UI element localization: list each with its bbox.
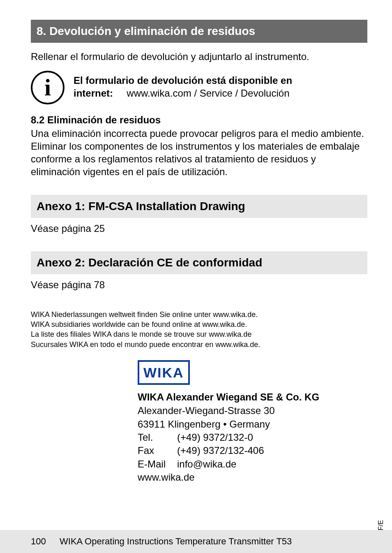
anexo-1-bar: Anexo 1: FM-CSA Installation Drawing: [31, 195, 367, 218]
info-text: El formulario de devolución está disponi…: [74, 71, 292, 99]
company-fax-row: Fax (+49) 9372/132-406: [138, 444, 367, 457]
sub-8-2-p2: Eliminar los componentes de los instrume…: [31, 140, 367, 178]
subsidiary-line-es: Sucursales WIKA en todo el mundo puede e…: [31, 340, 367, 349]
company-name: WIKA Alexander Wiegand SE & Co. KG: [138, 391, 367, 403]
info-internet-line: internet: www.wika.com / Service / Devol…: [74, 87, 292, 99]
subsidiary-lines: WIKA Niederlassungen weltweit finden Sie…: [31, 310, 367, 349]
company-fax: (+49) 9372/132-406: [177, 444, 264, 457]
subsidiary-line-de: WIKA Niederlassungen weltweit finden Sie…: [31, 310, 367, 319]
anexo-2-note: Véase página 78: [31, 278, 367, 291]
sub-8-2-heading: 8.2 Eliminación de residuos: [31, 113, 367, 126]
company-block: WIKA WIKA Alexander Wiegand SE & Co. KG …: [138, 360, 367, 484]
footer-title: WIKA Operating Instructions Temperature …: [60, 536, 292, 548]
info-internet-url: www.wika.com / Service / Devolución: [127, 88, 289, 99]
info-internet-label: internet:: [74, 88, 113, 99]
anexo-2-bar: Anexo 2: Declaración CE de conformidad: [31, 251, 367, 274]
subsidiary-line-en: WIKA subsidiaries worldwide can be found…: [31, 319, 367, 329]
subsidiary-line-fr: La liste des filiales WIKA dans le monde…: [31, 329, 367, 339]
company-street: Alexander-Wiegand-Strasse 30: [138, 404, 367, 417]
page-number: 100: [31, 536, 60, 548]
wika-logo: WIKA: [138, 360, 190, 385]
section-8-intro: Rellenar el formulario de devolución y a…: [31, 50, 367, 63]
company-tel-row: Tel. (+49) 9372/132-0: [138, 431, 367, 444]
company-tel: (+49) 9372/132-0: [177, 431, 253, 444]
company-email: info@wika.de: [177, 458, 236, 471]
anexo-1-note: Véase página 25: [31, 222, 367, 235]
company-fax-label: Fax: [138, 444, 177, 457]
company-web: www.wika.de: [138, 471, 367, 484]
company-email-row: E-Mail info@wika.de: [138, 458, 367, 471]
company-tel-label: Tel.: [138, 431, 177, 444]
company-email-label: E-Mail: [138, 458, 177, 471]
company-city: 63911 Klingenberg • Germany: [138, 418, 367, 431]
section-8-bar: 8. Devolución y eliminación de residuos: [31, 20, 367, 43]
page-footer: 100 WIKA Operating Instructions Temperat…: [0, 530, 392, 553]
info-callout: i El formulario de devolución está dispo…: [31, 71, 367, 104]
info-bold-line: El formulario de devolución está disponi…: [74, 74, 292, 87]
info-icon: i: [31, 71, 65, 104]
sub-8-2-p1: Una eliminación incorrecta puede provoca…: [31, 127, 367, 140]
